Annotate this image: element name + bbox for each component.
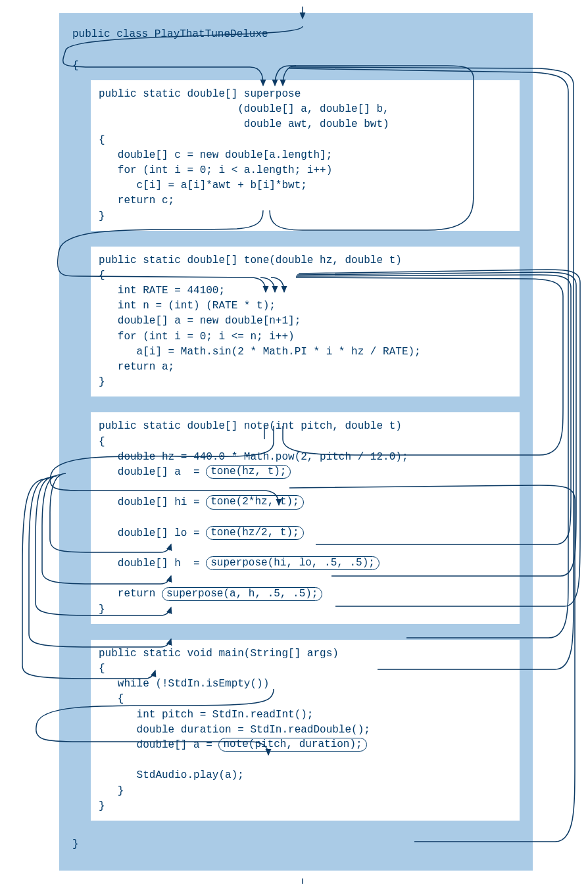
superpose-sig1: public static double[] superpose xyxy=(99,88,301,100)
call-tone-2: tone(2*hz, t); xyxy=(206,495,303,509)
note-l5a: double[] h = xyxy=(99,558,206,569)
tone-l2: int n = (int) (RATE * t); xyxy=(99,300,276,312)
superpose-l4: return c; xyxy=(99,195,174,206)
note-open: { xyxy=(99,436,105,448)
note-l3a: double[] hi = xyxy=(99,496,206,508)
method-tone: public static double[] tone(double hz, d… xyxy=(91,247,520,397)
main-close: } xyxy=(99,800,105,812)
class-declaration: public class PlayThatTuneDeluxe { xyxy=(72,26,520,74)
diagram-container: public class PlayThatTuneDeluxe { public… xyxy=(13,13,575,871)
superpose-l3: c[i] = a[i]*awt + b[i]*bwt; xyxy=(99,180,307,191)
main-l5a: double[] a = xyxy=(99,739,218,751)
open-brace: { xyxy=(72,60,79,72)
tone-l3: double[] a = new double[n+1]; xyxy=(99,315,301,327)
note-l6a: return xyxy=(99,588,162,600)
superpose-close: } xyxy=(99,210,105,222)
main-sig: public static void main(String[] args) xyxy=(99,648,339,660)
tone-l4: for (int i = 0; i <= n; i++) xyxy=(99,331,295,343)
note-l2a: double[] a = xyxy=(99,466,206,478)
superpose-open: { xyxy=(99,134,105,146)
call-superpose-1: superpose(hi, lo, .5, .5); xyxy=(206,556,380,570)
superpose-l2: for (int i = 0; i < a.length; i++) xyxy=(99,164,332,176)
superpose-sig3: double awt, double bwt) xyxy=(99,118,389,130)
tone-l1: int RATE = 44100; xyxy=(99,285,225,297)
class-decl-text: public class PlayThatTuneDeluxe xyxy=(72,28,268,40)
tone-l6: return a; xyxy=(99,361,174,373)
main-open: { xyxy=(99,663,105,675)
method-main: public static void main(String[] args) {… xyxy=(91,640,520,821)
main-l2: { xyxy=(99,693,124,705)
superpose-l1: double[] c = new double[a.length]; xyxy=(99,149,332,161)
tone-l5: a[i] = Math.sin(2 * Math.PI * i * hz / R… xyxy=(99,346,421,358)
close-brace: } xyxy=(72,836,520,852)
note-l1: double hz = 440.0 * Math.pow(2, pitch / … xyxy=(99,451,408,463)
note-close: } xyxy=(99,604,105,615)
call-note: note(pitch, duration); xyxy=(218,738,366,752)
call-superpose-2: superpose(a, h, .5, .5); xyxy=(162,587,322,601)
main-l6: StdAudio.play(a); xyxy=(99,769,244,781)
tone-close: } xyxy=(99,376,105,388)
method-superpose: public static double[] superpose (double… xyxy=(91,80,520,231)
tone-open: { xyxy=(99,270,105,281)
main-l7: } xyxy=(99,785,124,797)
main-l3: int pitch = StdIn.readInt(); xyxy=(99,709,313,721)
superpose-sig2: (double[] a, double[] b, xyxy=(99,103,389,115)
call-tone-3: tone(hz/2, t); xyxy=(206,526,303,540)
main-l4: double duration = StdIn.readDouble(); xyxy=(99,724,370,736)
method-note: public static double[] note(int pitch, d… xyxy=(91,412,520,623)
tone-sig: public static double[] tone(double hz, d… xyxy=(99,254,402,266)
call-tone-1: tone(hz, t); xyxy=(206,465,291,479)
class-box: public class PlayThatTuneDeluxe { public… xyxy=(59,13,533,871)
main-l1: while (!StdIn.isEmpty()) xyxy=(99,678,269,690)
note-l4a: double[] lo = xyxy=(99,527,206,539)
note-sig: public static double[] note(int pitch, d… xyxy=(99,420,402,432)
